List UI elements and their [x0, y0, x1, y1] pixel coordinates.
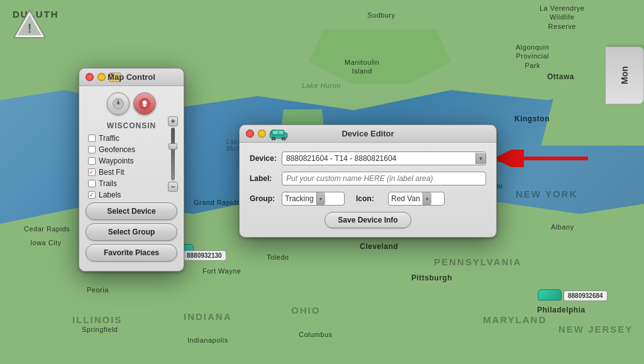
device-editor-body: Device: 8880821604 - T14 - 8880821604 ▼ …: [240, 143, 496, 237]
device-input[interactable]: 8880821604 - T14 - 8880821604 ▼: [282, 152, 486, 165]
svg-text:!: !: [28, 21, 32, 35]
device-row: Device: 8880821604 - T14 - 8880821604 ▼: [250, 152, 486, 165]
device-editor-close-button[interactable]: ×: [246, 130, 254, 138]
device-editor-titlebar: × − + Device Editor: [240, 125, 496, 143]
traffic-checkbox-item[interactable]: Traffic: [88, 134, 177, 143]
geofences-checkbox-item[interactable]: Geofences: [88, 145, 177, 154]
map-control-titlebar: × − + Map Control: [79, 69, 184, 86]
label-field-label: Label:: [250, 174, 278, 183]
save-row: Save Device Info: [250, 212, 486, 228]
labels-checkbox-item[interactable]: ✓ Labels: [88, 190, 177, 199]
group-field-label: Group:: [250, 194, 278, 203]
group-icon-row: Group: Tracking ▼ Icon: Red Van ▼: [250, 192, 486, 206]
vehicle-2: [538, 289, 562, 301]
icon-field-label: Icon:: [356, 194, 384, 203]
svg-rect-15: [273, 131, 278, 134]
nav-buttons: [86, 92, 177, 115]
save-device-button[interactable]: Save Device Info: [325, 212, 411, 228]
car-icon: [269, 128, 289, 140]
labels-checkbox[interactable]: ✓: [88, 191, 96, 199]
labels-label: Labels: [99, 190, 121, 199]
waypoints-checkbox[interactable]: [88, 157, 96, 165]
geofences-checkbox[interactable]: [88, 146, 96, 153]
vehicle-2-label: 8880932684: [564, 290, 608, 301]
mon-tab[interactable]: Mon: [606, 47, 644, 104]
label-row: Label:: [250, 172, 486, 185]
close-button[interactable]: ×: [86, 73, 94, 81]
select-device-button[interactable]: Select Device: [86, 202, 177, 220]
location-button[interactable]: [133, 92, 156, 115]
device-editor-title: Device Editor: [341, 129, 394, 138]
minimize-button[interactable]: −: [97, 73, 106, 81]
svg-point-20: [283, 138, 285, 140]
trails-checkbox-item[interactable]: Trails: [88, 179, 177, 188]
svg-point-12: [143, 101, 147, 105]
map-control-title: Map Control: [108, 72, 155, 82]
zoom-out-button[interactable]: −: [168, 182, 178, 192]
waypoints-checkbox-item[interactable]: Waypoints: [88, 157, 177, 165]
device-value: 8880821604 - T14 - 8880821604: [286, 154, 475, 163]
icon-select[interactable]: Red Van ▼: [388, 192, 445, 206]
zoom-track: [171, 128, 175, 180]
device-dropdown-arrow[interactable]: ▼: [475, 153, 486, 164]
group-dropdown-arrow[interactable]: ▼: [316, 192, 325, 205]
select-group-button[interactable]: Select Group: [86, 223, 177, 241]
group-select[interactable]: Tracking ▼: [282, 192, 345, 206]
device-editor-window: × − + Device Editor Device: 8880821604 -: [239, 124, 497, 238]
trails-checkbox[interactable]: [88, 180, 96, 187]
vehicle-1-label: 8880932130: [182, 250, 226, 261]
state-label: WISCONSIN: [86, 121, 177, 130]
device-editor-minimize-button[interactable]: −: [258, 130, 266, 138]
traffic-label: Traffic: [99, 134, 119, 143]
app-logo: !: [13, 8, 47, 42]
favorite-places-button[interactable]: Favorite Places: [86, 244, 177, 262]
map-control-body: + − WISCONSIN Traffic Geofences Waypoint…: [79, 86, 184, 271]
geofences-label: Geofences: [99, 145, 135, 154]
group-value: Tracking: [285, 194, 316, 203]
mon-tab-label: Mon: [619, 67, 630, 85]
traffic-checkbox[interactable]: [88, 135, 96, 142]
device-field-label: Device:: [250, 154, 278, 163]
label-input[interactable]: [282, 172, 486, 185]
waypoints-label: Waypoints: [99, 157, 134, 165]
svg-point-19: [273, 138, 275, 140]
trails-label: Trails: [99, 179, 117, 188]
zoom-slider[interactable]: + −: [169, 116, 177, 192]
icon-dropdown-arrow[interactable]: ▼: [423, 192, 431, 205]
bestfit-label: Best Fit: [99, 168, 125, 177]
bestfit-checkbox-item[interactable]: ✓ Best Fit: [88, 168, 177, 177]
navigate-button[interactable]: [107, 92, 130, 115]
bestfit-checkbox[interactable]: ✓: [88, 168, 96, 176]
svg-rect-16: [279, 131, 283, 134]
checkbox-list: Traffic Geofences Waypoints ✓ Best Fit T…: [86, 134, 177, 199]
zoom-thumb[interactable]: [169, 143, 177, 150]
icon-value: Red Van: [391, 194, 423, 203]
zoom-in-button[interactable]: +: [168, 116, 178, 126]
map-control-window: × − + Map Control: [79, 68, 184, 272]
red-arrow: [491, 150, 591, 167]
